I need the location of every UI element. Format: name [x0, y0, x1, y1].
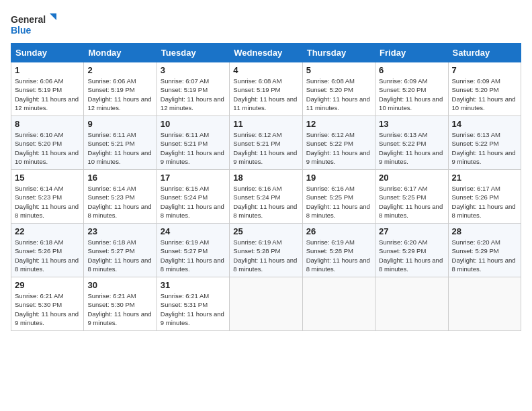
calendar-cell: 17 Sunrise: 6:15 AMSunset: 5:24 PMDaylig… — [157, 170, 229, 224]
day-info: Sunrise: 6:06 AMSunset: 5:19 PMDaylight:… — [87, 77, 151, 111]
day-number: 28 — [452, 226, 517, 236]
calendar-cell: 6 Sunrise: 6:09 AMSunset: 5:20 PMDayligh… — [375, 62, 448, 116]
day-number: 7 — [452, 65, 517, 75]
calendar-cell: 23 Sunrise: 6:18 AMSunset: 5:27 PMDaylig… — [84, 224, 157, 277]
day-info: Sunrise: 6:10 AMSunset: 5:20 PMDaylight:… — [15, 131, 79, 165]
calendar-cell — [302, 277, 375, 331]
calendar-row-2: 8 Sunrise: 6:10 AMSunset: 5:20 PMDayligh… — [11, 116, 521, 170]
day-info: Sunrise: 6:14 AMSunset: 5:23 PMDaylight:… — [87, 185, 151, 219]
day-number: 15 — [15, 173, 80, 183]
header-wednesday: Wednesday — [230, 44, 302, 62]
calendar-cell: 2 Sunrise: 6:06 AMSunset: 5:19 PMDayligh… — [84, 62, 157, 116]
day-info: Sunrise: 6:12 AMSunset: 5:21 PMDaylight:… — [233, 131, 297, 165]
calendar-cell: 15 Sunrise: 6:14 AMSunset: 5:23 PMDaylig… — [11, 170, 84, 224]
calendar-row-4: 22 Sunrise: 6:18 AMSunset: 5:26 PMDaylig… — [11, 224, 521, 277]
day-info: Sunrise: 6:11 AMSunset: 5:21 PMDaylight:… — [161, 131, 224, 165]
day-number: 14 — [452, 119, 517, 129]
header-tuesday: Tuesday — [157, 44, 229, 62]
header-sunday: Sunday — [11, 44, 84, 62]
day-info: Sunrise: 6:16 AMSunset: 5:24 PMDaylight:… — [233, 185, 297, 219]
day-info: Sunrise: 6:14 AMSunset: 5:23 PMDaylight:… — [15, 185, 79, 219]
day-info: Sunrise: 6:08 AMSunset: 5:20 PMDaylight:… — [306, 77, 370, 111]
calendar-cell: 10 Sunrise: 6:11 AMSunset: 5:21 PMDaylig… — [157, 116, 229, 170]
day-number: 21 — [452, 173, 517, 183]
calendar-cell — [375, 277, 448, 331]
day-number: 19 — [306, 173, 371, 183]
svg-text:Blue: Blue — [11, 25, 32, 36]
svg-marker-2 — [50, 13, 56, 20]
calendar-cell: 27 Sunrise: 6:20 AMSunset: 5:29 PMDaylig… — [375, 224, 448, 277]
day-info: Sunrise: 6:18 AMSunset: 5:26 PMDaylight:… — [15, 238, 79, 273]
calendar-cell: 8 Sunrise: 6:10 AMSunset: 5:20 PMDayligh… — [11, 116, 84, 170]
day-info: Sunrise: 6:06 AMSunset: 5:19 PMDaylight:… — [15, 77, 79, 111]
calendar-cell: 16 Sunrise: 6:14 AMSunset: 5:23 PMDaylig… — [84, 170, 157, 224]
days-header-row: Sunday Monday Tuesday Wednesday Thursday… — [11, 44, 521, 62]
header-friday: Friday — [375, 44, 448, 62]
day-number: 16 — [87, 173, 152, 183]
day-info: Sunrise: 6:11 AMSunset: 5:21 PMDaylight:… — [87, 131, 151, 165]
day-info: Sunrise: 6:17 AMSunset: 5:25 PMDaylight:… — [379, 185, 443, 219]
calendar-cell: 22 Sunrise: 6:18 AMSunset: 5:26 PMDaylig… — [11, 224, 84, 277]
calendar-cell: 20 Sunrise: 6:17 AMSunset: 5:25 PMDaylig… — [375, 170, 448, 224]
calendar-row-5: 29 Sunrise: 6:21 AMSunset: 5:30 PMDaylig… — [11, 277, 521, 331]
header-monday: Monday — [84, 44, 157, 62]
calendar-cell: 11 Sunrise: 6:12 AMSunset: 5:21 PMDaylig… — [230, 116, 302, 170]
calendar-table: Sunday Monday Tuesday Wednesday Thursday… — [11, 43, 521, 331]
day-number: 17 — [161, 173, 226, 183]
header: General Blue — [11, 11, 521, 38]
day-info: Sunrise: 6:07 AMSunset: 5:19 PMDaylight:… — [161, 77, 224, 111]
day-number: 27 — [379, 226, 444, 236]
day-number: 13 — [379, 119, 444, 129]
day-info: Sunrise: 6:08 AMSunset: 5:19 PMDaylight:… — [233, 77, 297, 111]
day-number: 2 — [87, 65, 152, 75]
calendar-cell: 7 Sunrise: 6:09 AMSunset: 5:20 PMDayligh… — [448, 62, 521, 116]
calendar-row-1: 1 Sunrise: 6:06 AMSunset: 5:19 PMDayligh… — [11, 62, 521, 116]
calendar-cell: 26 Sunrise: 6:19 AMSunset: 5:28 PMDaylig… — [302, 224, 375, 277]
day-number: 31 — [161, 280, 226, 290]
day-number: 1 — [15, 65, 80, 75]
calendar-cell — [448, 277, 521, 331]
day-number: 24 — [161, 226, 226, 236]
day-number: 6 — [379, 65, 444, 75]
calendar-cell: 25 Sunrise: 6:19 AMSunset: 5:28 PMDaylig… — [230, 224, 302, 277]
day-number: 18 — [233, 173, 298, 183]
day-number: 29 — [15, 280, 80, 290]
svg-text:General: General — [11, 14, 46, 25]
logo: General Blue — [11, 11, 58, 38]
day-number: 10 — [161, 119, 226, 129]
day-number: 9 — [87, 119, 152, 129]
calendar-cell: 29 Sunrise: 6:21 AMSunset: 5:30 PMDaylig… — [11, 277, 84, 331]
day-number: 3 — [161, 65, 226, 75]
day-number: 12 — [306, 119, 371, 129]
calendar-cell: 12 Sunrise: 6:12 AMSunset: 5:22 PMDaylig… — [302, 116, 375, 170]
day-number: 23 — [87, 226, 152, 236]
calendar-cell: 4 Sunrise: 6:08 AMSunset: 5:19 PMDayligh… — [230, 62, 302, 116]
day-info: Sunrise: 6:19 AMSunset: 5:28 PMDaylight:… — [233, 238, 297, 273]
day-number: 30 — [87, 280, 152, 290]
day-number: 5 — [306, 65, 371, 75]
calendar-row-3: 15 Sunrise: 6:14 AMSunset: 5:23 PMDaylig… — [11, 170, 521, 224]
calendar-cell: 1 Sunrise: 6:06 AMSunset: 5:19 PMDayligh… — [11, 62, 84, 116]
day-info: Sunrise: 6:18 AMSunset: 5:27 PMDaylight:… — [87, 238, 151, 273]
calendar-cell: 28 Sunrise: 6:20 AMSunset: 5:29 PMDaylig… — [448, 224, 521, 277]
calendar-cell: 30 Sunrise: 6:21 AMSunset: 5:30 PMDaylig… — [84, 277, 157, 331]
day-info: Sunrise: 6:16 AMSunset: 5:25 PMDaylight:… — [306, 185, 370, 219]
day-number: 22 — [15, 226, 80, 236]
day-info: Sunrise: 6:17 AMSunset: 5:26 PMDaylight:… — [452, 185, 516, 219]
day-info: Sunrise: 6:19 AMSunset: 5:27 PMDaylight:… — [161, 238, 224, 273]
day-info: Sunrise: 6:20 AMSunset: 5:29 PMDaylight:… — [379, 238, 443, 273]
day-info: Sunrise: 6:20 AMSunset: 5:29 PMDaylight:… — [452, 238, 516, 273]
day-info: Sunrise: 6:12 AMSunset: 5:22 PMDaylight:… — [306, 131, 370, 165]
day-info: Sunrise: 6:21 AMSunset: 5:31 PMDaylight:… — [161, 292, 224, 326]
day-number: 11 — [233, 119, 298, 129]
calendar-cell: 14 Sunrise: 6:13 AMSunset: 5:22 PMDaylig… — [448, 116, 521, 170]
calendar-cell: 19 Sunrise: 6:16 AMSunset: 5:25 PMDaylig… — [302, 170, 375, 224]
calendar-cell: 21 Sunrise: 6:17 AMSunset: 5:26 PMDaylig… — [448, 170, 521, 224]
calendar-cell: 3 Sunrise: 6:07 AMSunset: 5:19 PMDayligh… — [157, 62, 229, 116]
header-thursday: Thursday — [302, 44, 375, 62]
calendar-cell: 5 Sunrise: 6:08 AMSunset: 5:20 PMDayligh… — [302, 62, 375, 116]
day-info: Sunrise: 6:15 AMSunset: 5:24 PMDaylight:… — [161, 185, 224, 219]
calendar-cell — [230, 277, 302, 331]
day-info: Sunrise: 6:21 AMSunset: 5:30 PMDaylight:… — [87, 292, 151, 326]
day-info: Sunrise: 6:13 AMSunset: 5:22 PMDaylight:… — [452, 131, 516, 165]
